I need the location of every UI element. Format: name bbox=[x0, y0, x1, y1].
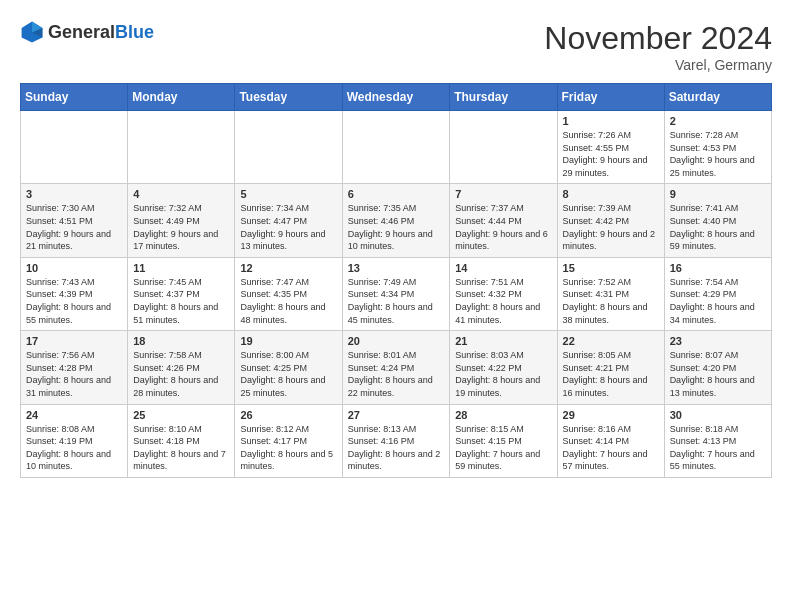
calendar-cell: 28Sunrise: 8:15 AMSunset: 4:15 PMDayligh… bbox=[450, 404, 557, 477]
calendar-cell: 12Sunrise: 7:47 AMSunset: 4:35 PMDayligh… bbox=[235, 257, 342, 330]
day-info: Sunrise: 7:52 AMSunset: 4:31 PMDaylight:… bbox=[563, 276, 659, 326]
calendar-week-row: 17Sunrise: 7:56 AMSunset: 4:28 PMDayligh… bbox=[21, 331, 772, 404]
calendar-cell: 26Sunrise: 8:12 AMSunset: 4:17 PMDayligh… bbox=[235, 404, 342, 477]
day-info: Sunrise: 7:45 AMSunset: 4:37 PMDaylight:… bbox=[133, 276, 229, 326]
calendar-cell: 23Sunrise: 8:07 AMSunset: 4:20 PMDayligh… bbox=[664, 331, 771, 404]
calendar-cell: 4Sunrise: 7:32 AMSunset: 4:49 PMDaylight… bbox=[128, 184, 235, 257]
calendar-week-row: 24Sunrise: 8:08 AMSunset: 4:19 PMDayligh… bbox=[21, 404, 772, 477]
calendar-cell: 7Sunrise: 7:37 AMSunset: 4:44 PMDaylight… bbox=[450, 184, 557, 257]
day-info: Sunrise: 7:47 AMSunset: 4:35 PMDaylight:… bbox=[240, 276, 336, 326]
weekday-header: Sunday bbox=[21, 84, 128, 111]
calendar-cell: 10Sunrise: 7:43 AMSunset: 4:39 PMDayligh… bbox=[21, 257, 128, 330]
calendar-cell: 13Sunrise: 7:49 AMSunset: 4:34 PMDayligh… bbox=[342, 257, 450, 330]
weekday-header: Wednesday bbox=[342, 84, 450, 111]
calendar-cell: 1Sunrise: 7:26 AMSunset: 4:55 PMDaylight… bbox=[557, 111, 664, 184]
day-number: 9 bbox=[670, 188, 766, 200]
calendar-cell: 9Sunrise: 7:41 AMSunset: 4:40 PMDaylight… bbox=[664, 184, 771, 257]
day-number: 13 bbox=[348, 262, 445, 274]
calendar-cell: 2Sunrise: 7:28 AMSunset: 4:53 PMDaylight… bbox=[664, 111, 771, 184]
day-info: Sunrise: 7:34 AMSunset: 4:47 PMDaylight:… bbox=[240, 202, 336, 252]
day-info: Sunrise: 8:18 AMSunset: 4:13 PMDaylight:… bbox=[670, 423, 766, 473]
weekday-header: Saturday bbox=[664, 84, 771, 111]
day-info: Sunrise: 7:32 AMSunset: 4:49 PMDaylight:… bbox=[133, 202, 229, 252]
day-info: Sunrise: 7:35 AMSunset: 4:46 PMDaylight:… bbox=[348, 202, 445, 252]
weekday-header: Monday bbox=[128, 84, 235, 111]
day-number: 26 bbox=[240, 409, 336, 421]
day-info: Sunrise: 8:10 AMSunset: 4:18 PMDaylight:… bbox=[133, 423, 229, 473]
calendar-week-row: 1Sunrise: 7:26 AMSunset: 4:55 PMDaylight… bbox=[21, 111, 772, 184]
day-info: Sunrise: 8:16 AMSunset: 4:14 PMDaylight:… bbox=[563, 423, 659, 473]
logo: GeneralBlue bbox=[20, 20, 154, 44]
day-number: 2 bbox=[670, 115, 766, 127]
calendar-cell: 11Sunrise: 7:45 AMSunset: 4:37 PMDayligh… bbox=[128, 257, 235, 330]
calendar-cell: 30Sunrise: 8:18 AMSunset: 4:13 PMDayligh… bbox=[664, 404, 771, 477]
calendar-table: SundayMondayTuesdayWednesdayThursdayFrid… bbox=[20, 83, 772, 478]
calendar-cell: 21Sunrise: 8:03 AMSunset: 4:22 PMDayligh… bbox=[450, 331, 557, 404]
day-number: 28 bbox=[455, 409, 551, 421]
day-number: 3 bbox=[26, 188, 122, 200]
weekday-header: Thursday bbox=[450, 84, 557, 111]
page-header: GeneralBlue November 2024 Varel, Germany bbox=[20, 20, 772, 73]
day-number: 5 bbox=[240, 188, 336, 200]
day-number: 22 bbox=[563, 335, 659, 347]
day-info: Sunrise: 7:41 AMSunset: 4:40 PMDaylight:… bbox=[670, 202, 766, 252]
calendar-week-row: 10Sunrise: 7:43 AMSunset: 4:39 PMDayligh… bbox=[21, 257, 772, 330]
calendar-cell: 8Sunrise: 7:39 AMSunset: 4:42 PMDaylight… bbox=[557, 184, 664, 257]
day-info: Sunrise: 7:37 AMSunset: 4:44 PMDaylight:… bbox=[455, 202, 551, 252]
calendar-cell: 27Sunrise: 8:13 AMSunset: 4:16 PMDayligh… bbox=[342, 404, 450, 477]
day-number: 15 bbox=[563, 262, 659, 274]
calendar-cell: 19Sunrise: 8:00 AMSunset: 4:25 PMDayligh… bbox=[235, 331, 342, 404]
day-number: 6 bbox=[348, 188, 445, 200]
day-info: Sunrise: 8:03 AMSunset: 4:22 PMDaylight:… bbox=[455, 349, 551, 399]
day-number: 23 bbox=[670, 335, 766, 347]
calendar-cell: 6Sunrise: 7:35 AMSunset: 4:46 PMDaylight… bbox=[342, 184, 450, 257]
day-info: Sunrise: 8:08 AMSunset: 4:19 PMDaylight:… bbox=[26, 423, 122, 473]
calendar-week-row: 3Sunrise: 7:30 AMSunset: 4:51 PMDaylight… bbox=[21, 184, 772, 257]
day-number: 16 bbox=[670, 262, 766, 274]
calendar-cell: 15Sunrise: 7:52 AMSunset: 4:31 PMDayligh… bbox=[557, 257, 664, 330]
day-info: Sunrise: 7:26 AMSunset: 4:55 PMDaylight:… bbox=[563, 129, 659, 179]
day-number: 21 bbox=[455, 335, 551, 347]
day-number: 14 bbox=[455, 262, 551, 274]
day-number: 29 bbox=[563, 409, 659, 421]
day-info: Sunrise: 7:43 AMSunset: 4:39 PMDaylight:… bbox=[26, 276, 122, 326]
calendar-cell: 16Sunrise: 7:54 AMSunset: 4:29 PMDayligh… bbox=[664, 257, 771, 330]
day-info: Sunrise: 7:39 AMSunset: 4:42 PMDaylight:… bbox=[563, 202, 659, 252]
calendar-cell bbox=[128, 111, 235, 184]
calendar-cell bbox=[235, 111, 342, 184]
day-number: 12 bbox=[240, 262, 336, 274]
day-number: 11 bbox=[133, 262, 229, 274]
logo-general-text: General bbox=[48, 22, 115, 42]
calendar-cell: 3Sunrise: 7:30 AMSunset: 4:51 PMDaylight… bbox=[21, 184, 128, 257]
calendar-cell: 17Sunrise: 7:56 AMSunset: 4:28 PMDayligh… bbox=[21, 331, 128, 404]
day-number: 10 bbox=[26, 262, 122, 274]
title-area: November 2024 Varel, Germany bbox=[544, 20, 772, 73]
calendar-cell: 25Sunrise: 8:10 AMSunset: 4:18 PMDayligh… bbox=[128, 404, 235, 477]
calendar-cell bbox=[21, 111, 128, 184]
calendar-cell: 20Sunrise: 8:01 AMSunset: 4:24 PMDayligh… bbox=[342, 331, 450, 404]
calendar-cell bbox=[342, 111, 450, 184]
day-number: 20 bbox=[348, 335, 445, 347]
location-text: Varel, Germany bbox=[544, 57, 772, 73]
calendar-cell: 5Sunrise: 7:34 AMSunset: 4:47 PMDaylight… bbox=[235, 184, 342, 257]
day-number: 4 bbox=[133, 188, 229, 200]
calendar-cell: 29Sunrise: 8:16 AMSunset: 4:14 PMDayligh… bbox=[557, 404, 664, 477]
day-number: 17 bbox=[26, 335, 122, 347]
day-info: Sunrise: 7:58 AMSunset: 4:26 PMDaylight:… bbox=[133, 349, 229, 399]
day-number: 19 bbox=[240, 335, 336, 347]
day-number: 27 bbox=[348, 409, 445, 421]
logo-icon bbox=[20, 20, 44, 44]
day-info: Sunrise: 7:28 AMSunset: 4:53 PMDaylight:… bbox=[670, 129, 766, 179]
calendar-cell: 24Sunrise: 8:08 AMSunset: 4:19 PMDayligh… bbox=[21, 404, 128, 477]
day-number: 18 bbox=[133, 335, 229, 347]
calendar-cell: 14Sunrise: 7:51 AMSunset: 4:32 PMDayligh… bbox=[450, 257, 557, 330]
weekday-header: Friday bbox=[557, 84, 664, 111]
day-info: Sunrise: 8:07 AMSunset: 4:20 PMDaylight:… bbox=[670, 349, 766, 399]
weekday-header: Tuesday bbox=[235, 84, 342, 111]
logo-blue-text: Blue bbox=[115, 22, 154, 42]
day-info: Sunrise: 7:51 AMSunset: 4:32 PMDaylight:… bbox=[455, 276, 551, 326]
calendar-cell: 18Sunrise: 7:58 AMSunset: 4:26 PMDayligh… bbox=[128, 331, 235, 404]
day-info: Sunrise: 8:01 AMSunset: 4:24 PMDaylight:… bbox=[348, 349, 445, 399]
day-number: 7 bbox=[455, 188, 551, 200]
day-number: 25 bbox=[133, 409, 229, 421]
